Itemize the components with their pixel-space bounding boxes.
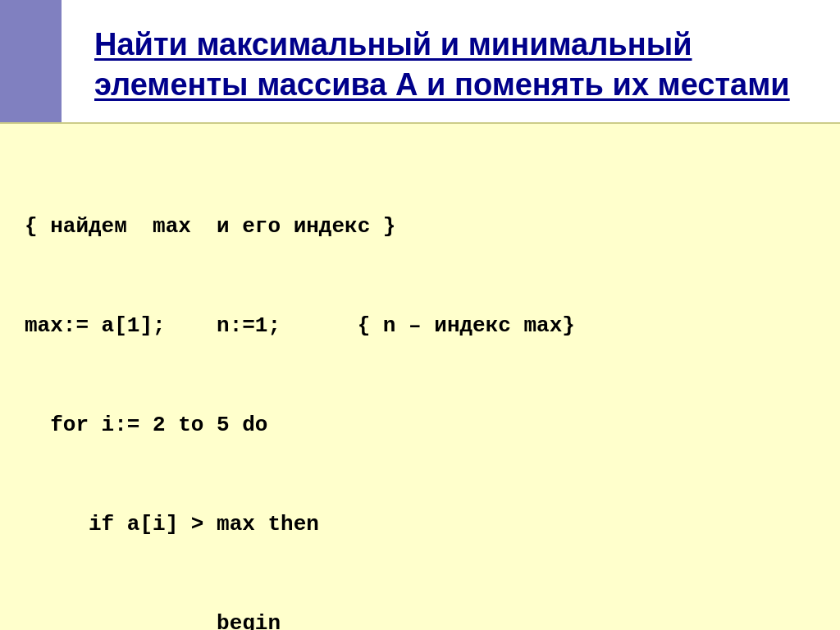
left-accent-bar: [0, 0, 62, 122]
code-line-5: begin: [25, 607, 815, 630]
code-line-4: if a[i] > max then: [25, 508, 815, 541]
title-area: Найти максимальный и минимальный элемент…: [62, 0, 840, 122]
slide-container: Найти максимальный и минимальный элемент…: [0, 0, 840, 630]
code-line-1: { найдем max и его индекс }: [25, 210, 815, 243]
code-section: { найдем max и его индекс } max:= a[1]; …: [0, 122, 840, 630]
title-line1: Найти максимальный и минимальный: [94, 27, 692, 62]
code-line-2: max:= a[1]; n:=1; { n – индекс max}: [25, 309, 815, 342]
code-line-3: for i:= 2 to 5 do: [25, 409, 815, 441]
code-block: { найдем max и его индекс } max:= a[1]; …: [25, 144, 815, 630]
top-section: Найти максимальный и минимальный элемент…: [0, 0, 840, 122]
slide-title: Найти максимальный и минимальный элемент…: [94, 25, 807, 106]
title-line2: элементы массива А и поменять их местами: [94, 67, 790, 102]
